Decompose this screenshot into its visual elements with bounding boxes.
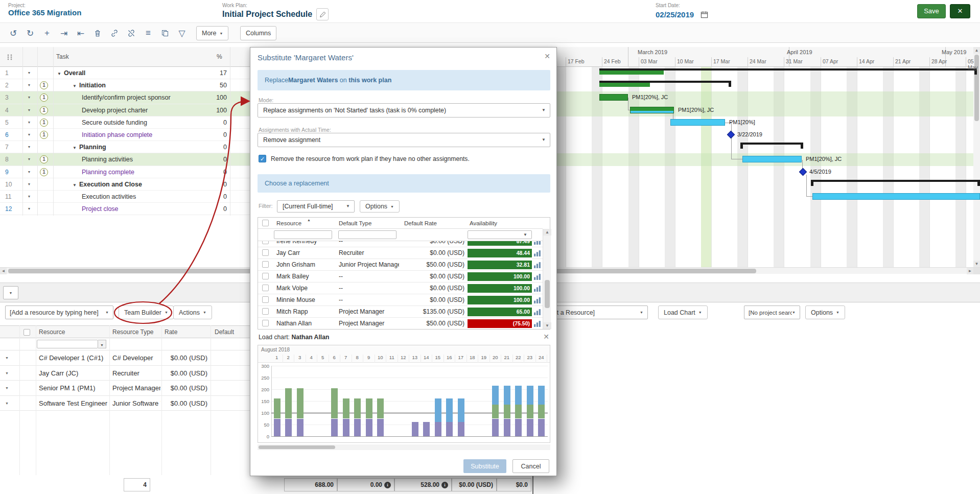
remove-resource-checkbox[interactable]: ✓	[259, 155, 266, 162]
gantt-summary-bar[interactable]	[740, 143, 803, 149]
row-menu-caret-icon[interactable]: ▼	[24, 104, 35, 116]
row-menu-caret-icon[interactable]: ▼	[5, 381, 15, 395]
scroll-right-icon[interactable]: ►	[967, 268, 973, 274]
load-chart-icon[interactable]	[533, 308, 541, 316]
cancel-button[interactable]: Cancel	[512, 459, 549, 473]
scroll-up-icon[interactable]: ▲	[973, 47, 980, 54]
table-scroll-thumb[interactable]	[545, 280, 550, 308]
save-button[interactable]: Save	[917, 4, 946, 18]
columns-button[interactable]: Columns	[240, 26, 276, 40]
load-chart-icon[interactable]	[533, 296, 541, 304]
row-checkbox[interactable]	[262, 320, 269, 326]
collapse-icon[interactable]: ▼	[73, 84, 77, 88]
column-header-availability[interactable]: Availability	[470, 218, 497, 229]
actual-time-select[interactable]: Remove assignment ▼	[258, 133, 550, 147]
scroll-down-icon[interactable]: ▼	[543, 322, 551, 329]
team-builder-button[interactable]: Team Builder ▼	[119, 305, 174, 319]
gantt-summary-bar[interactable]	[599, 68, 977, 75]
column-header-default-type[interactable]: Default Type	[339, 218, 371, 229]
row-checkbox[interactable]	[262, 285, 269, 291]
row-menu-caret-icon[interactable]: ▼	[24, 91, 35, 104]
row-checkbox[interactable]	[262, 273, 269, 279]
load-chart-icon[interactable]	[533, 241, 541, 245]
add-resource-combo[interactable]: [Add a resource by typing here] ▼	[5, 305, 113, 319]
row-menu-caret-icon[interactable]: ▼	[24, 153, 35, 166]
replacement-filter-select[interactable]: [Current Full-time] ▼	[277, 200, 355, 213]
edit-workplan-button[interactable]	[316, 8, 329, 20]
replacement-row[interactable]: Nathan AllanProject Manager$50.00 (USD)(…	[258, 318, 543, 329]
resource-filter-caret[interactable]: ▼	[98, 340, 106, 348]
gantt-task-bar[interactable]	[670, 119, 725, 126]
load-chart-close-icon[interactable]: ✕	[543, 333, 549, 341]
mode-select[interactable]: Replace assignments on 'Not Started' tas…	[258, 103, 550, 117]
replacement-table-scrollbar[interactable]: ▲ ▼	[543, 229, 551, 329]
collapse-icon[interactable]: ▼	[57, 72, 61, 76]
column-header-default[interactable]: Default	[215, 328, 234, 336]
row-menu-caret-icon[interactable]: ▼	[24, 116, 35, 129]
filter-icon[interactable]: ▽	[175, 26, 189, 40]
row-checkbox[interactable]	[262, 261, 269, 268]
row-menu-caret-icon[interactable]: ▼	[24, 166, 35, 178]
close-workplan-button[interactable]: ✕	[950, 4, 970, 18]
substitute-button[interactable]: Substitute	[463, 459, 506, 473]
link-icon[interactable]	[107, 26, 122, 40]
load-chart-button[interactable]: Load Chart ▼	[658, 305, 708, 319]
load-chart-scrollbar[interactable]	[258, 444, 550, 450]
column-header-resource[interactable]: Resource	[276, 218, 301, 229]
row-checkbox[interactable]	[262, 249, 269, 256]
replacement-row[interactable]: Minnie Mouse--$0.00 (USD)100.00	[258, 294, 543, 306]
resource-name-filter-input[interactable]	[274, 230, 332, 239]
row-checkbox[interactable]	[262, 308, 269, 315]
load-chart-icon[interactable]	[533, 320, 541, 327]
select-all-checkbox[interactable]	[262, 220, 269, 226]
select-all-checkbox[interactable]	[24, 329, 30, 336]
load-chart-icon[interactable]	[533, 285, 541, 292]
load-chart-scroll-thumb[interactable]	[259, 445, 335, 449]
milestone-diamond[interactable]	[799, 168, 807, 176]
row-menu-caret-icon[interactable]: ▼	[24, 191, 35, 203]
collapse-icon[interactable]: ▼	[73, 146, 77, 150]
vertical-scrollbar[interactable]: ▲ ▼	[973, 47, 980, 267]
row-checkbox[interactable]	[262, 241, 269, 244]
default-type-filter-input[interactable]	[338, 230, 396, 239]
resource-filter-input[interactable]	[37, 340, 98, 348]
dialog-close-icon[interactable]: ✕	[544, 52, 550, 60]
gantt-task-bar[interactable]	[812, 193, 980, 200]
unlink-icon[interactable]	[124, 26, 138, 40]
scroll-left-icon[interactable]: ◄	[0, 268, 7, 274]
row-menu-caret-icon[interactable]: ▼	[24, 203, 35, 215]
gantt-task-bar[interactable]	[742, 156, 802, 162]
project-search-combo[interactable]: [No project search selecte ▼	[744, 305, 800, 319]
scroll-down-icon[interactable]: ▼	[973, 261, 980, 267]
load-chart-icon[interactable]	[533, 273, 541, 280]
panel-menu-button[interactable]: ▼	[3, 286, 18, 299]
add-task-icon[interactable]: +	[40, 26, 54, 40]
row-menu-caret-icon[interactable]: ▼	[5, 366, 15, 381]
delete-icon[interactable]	[90, 26, 105, 40]
replacement-row[interactable]: Mark Bailey--$0.00 (USD)100.00	[258, 271, 543, 283]
load-chart-icon[interactable]	[533, 249, 541, 257]
replacement-row[interactable]: Mitch RappProject Manager$135.00 (USD)65…	[258, 306, 543, 318]
collapse-icon[interactable]: ▼	[73, 183, 77, 187]
info-icon[interactable]: i	[441, 482, 448, 488]
more-button[interactable]: More ▼	[196, 26, 228, 40]
indent-icon[interactable]: ⇥	[57, 26, 71, 40]
info-icon[interactable]: i	[384, 482, 391, 488]
gantt-summary-bar[interactable]	[811, 180, 980, 186]
row-menu-caret-icon[interactable]: ▼	[24, 178, 35, 191]
filter-options-button[interactable]: Options ▼	[360, 200, 400, 213]
undo-icon[interactable]: ↺	[6, 26, 20, 40]
replacement-row[interactable]: John GrishamJunior Project Manager$50.00…	[258, 259, 543, 271]
gantt-task-bar[interactable]	[630, 107, 674, 113]
milestone-diamond[interactable]	[727, 131, 735, 139]
gantt-task-bar[interactable]	[599, 94, 628, 101]
vertical-scroll-thumb[interactable]	[974, 55, 979, 121]
load-chart-icon[interactable]	[533, 261, 541, 269]
column-header-resource[interactable]: Resource	[39, 328, 65, 336]
bottom-options-button[interactable]: Options ▼	[805, 305, 845, 319]
column-header-rate[interactable]: Rate	[165, 328, 177, 336]
redo-icon[interactable]: ↻	[23, 26, 37, 40]
column-header-default-rate[interactable]: Default Rate	[404, 218, 437, 229]
row-menu-caret-icon[interactable]: ▼	[5, 396, 15, 411]
row-checkbox[interactable]	[262, 296, 269, 303]
